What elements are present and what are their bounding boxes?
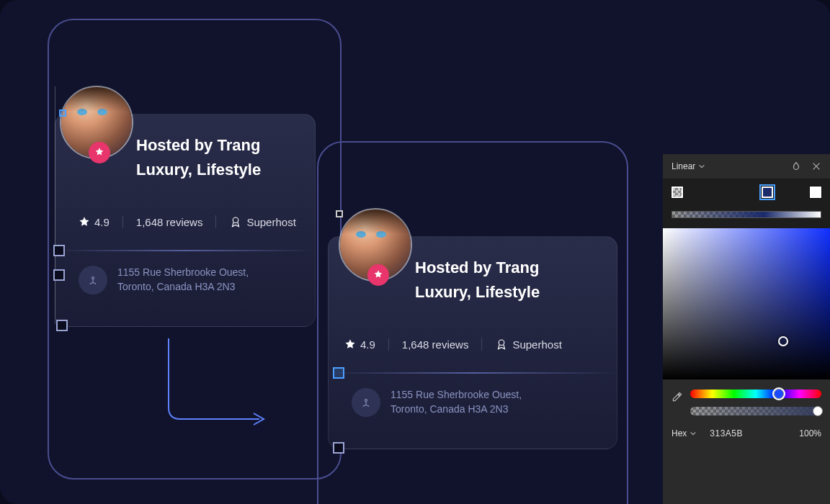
gradient-stop-handle[interactable] bbox=[59, 109, 66, 117]
svg-point-2 bbox=[499, 340, 505, 346]
map-pin-icon bbox=[360, 396, 372, 409]
address-line2: Toronto, Canada H3A 2N3 bbox=[117, 280, 249, 294]
gradient-stop-handle[interactable] bbox=[333, 367, 344, 379]
host-title-line1: Hosted by Trang bbox=[415, 256, 540, 280]
address-line1: 1155 Rue Sherbrooke Ouest, bbox=[391, 388, 522, 402]
gradient-stop-handle[interactable] bbox=[336, 210, 343, 217]
color-picker-header: Linear bbox=[663, 154, 830, 179]
saturation-value-field[interactable] bbox=[663, 228, 830, 379]
divider bbox=[55, 250, 315, 251]
gradient-stop-handle[interactable] bbox=[53, 245, 65, 256]
close-icon[interactable] bbox=[811, 161, 821, 171]
medal-icon bbox=[229, 215, 242, 228]
address-line2: Toronto, Canada H3A 2N3 bbox=[391, 402, 522, 417]
host-avatar bbox=[339, 208, 412, 282]
reviews-count: 1,648 reviews bbox=[402, 338, 469, 351]
svg-point-1 bbox=[92, 277, 94, 279]
opacity-input[interactable]: 100% bbox=[799, 428, 821, 438]
superhost-label: Superhost bbox=[246, 216, 295, 228]
hex-input[interactable]: 313A5B bbox=[710, 428, 786, 438]
rating-value: 4.9 bbox=[94, 216, 110, 228]
color-picker-panel: Linear bbox=[663, 154, 830, 504]
gradient-stop-handle[interactable] bbox=[333, 442, 344, 454]
color-field-knob[interactable] bbox=[778, 336, 788, 346]
host-stats: 4.9 1,648 reviews Superhost bbox=[79, 215, 309, 228]
superhost-badge-icon bbox=[89, 142, 110, 163]
host-address: 1155 Rue Sherbrooke Ouest, Toronto, Cana… bbox=[352, 388, 522, 417]
reviews-count: 1,648 reviews bbox=[136, 216, 203, 228]
color-format-dropdown[interactable]: Hex bbox=[671, 428, 697, 438]
opacity-knob[interactable] bbox=[813, 406, 823, 416]
svg-point-3 bbox=[365, 400, 367, 402]
design-canvas[interactable]: Hosted by Trang Luxury, Lifestyle 4.9 1,… bbox=[0, 0, 830, 504]
host-address: 1155 Rue Sherbrooke Ouest, Toronto, Cana… bbox=[79, 266, 249, 294]
gradient-stop-handle[interactable] bbox=[56, 320, 68, 331]
host-title: Hosted by Trang Luxury, Lifestyle bbox=[415, 256, 540, 305]
chevron-down-icon bbox=[698, 163, 705, 170]
host-card-back[interactable]: Hosted by Trang Luxury, Lifestyle 4.9 1,… bbox=[55, 114, 316, 327]
hue-slider[interactable] bbox=[690, 390, 821, 398]
star-icon bbox=[79, 216, 90, 228]
vertical-guide[interactable] bbox=[55, 86, 55, 324]
host-title-line2: Luxury, Lifestyle bbox=[136, 158, 261, 182]
opacity-slider[interactable] bbox=[690, 407, 821, 415]
chevron-down-icon bbox=[690, 430, 697, 437]
superhost-label: Superhost bbox=[512, 338, 561, 351]
host-title-line1: Hosted by Trang bbox=[136, 133, 261, 158]
gradient-stop[interactable] bbox=[671, 186, 683, 198]
host-stats: 4.9 1,648 reviews Superhost bbox=[344, 338, 575, 351]
hue-knob[interactable] bbox=[774, 389, 784, 399]
superhost-badge-icon bbox=[367, 264, 389, 286]
host-avatar bbox=[60, 86, 133, 159]
fill-type-dropdown[interactable]: Linear bbox=[671, 161, 705, 171]
flow-arrow bbox=[154, 338, 269, 432]
address-line1: 1155 Rue Sherbrooke Ouest, bbox=[117, 266, 249, 280]
host-card-front[interactable]: Hosted by Trang Luxury, Lifestyle 4.9 1,… bbox=[328, 236, 617, 449]
fill-type-label: Linear bbox=[671, 161, 695, 171]
divider bbox=[329, 372, 617, 374]
gradient-stop[interactable] bbox=[810, 186, 821, 198]
host-title: Hosted by Trang Luxury, Lifestyle bbox=[136, 133, 261, 182]
medal-icon bbox=[495, 338, 508, 351]
rating-value: 4.9 bbox=[360, 338, 375, 351]
map-pin-icon bbox=[86, 274, 99, 287]
gradient-stops-row[interactable] bbox=[671, 186, 821, 205]
gradient-stop-handle[interactable] bbox=[53, 269, 65, 281]
gradient-preview[interactable] bbox=[671, 211, 821, 218]
blend-mode-icon[interactable] bbox=[791, 161, 801, 171]
color-format-label: Hex bbox=[671, 428, 687, 438]
gradient-stop[interactable] bbox=[762, 186, 773, 198]
svg-point-0 bbox=[233, 217, 239, 223]
star-icon bbox=[344, 338, 356, 350]
host-title-line2: Luxury, Lifestyle bbox=[415, 280, 540, 305]
eyedropper-icon[interactable] bbox=[671, 391, 683, 402]
